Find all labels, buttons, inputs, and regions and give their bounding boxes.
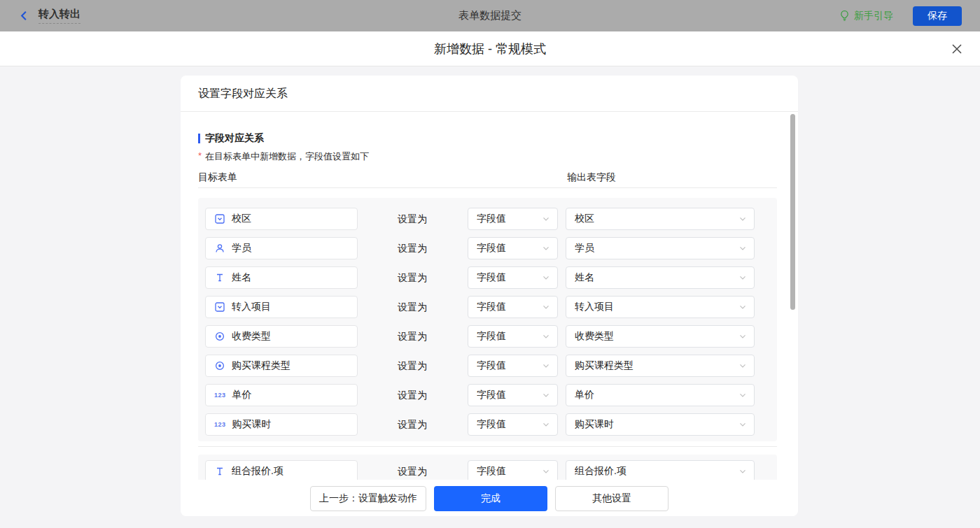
chevron-down-icon: [738, 467, 747, 476]
chevron-down-icon: [738, 215, 747, 223]
back-button[interactable]: 转入转出: [18, 8, 80, 24]
field-label: 购买课程类型: [232, 359, 290, 372]
field-label: 收费类型: [232, 330, 271, 343]
value-type-select-value: 字段值: [477, 359, 506, 372]
set-as-label: 设置为: [398, 384, 427, 406]
field-mapping-group: 校区设置为字段值校区学员设置为字段值学员姓名设置为字段值姓名转入项目设置为字段值…: [198, 198, 777, 441]
value-type-select-value: 字段值: [477, 389, 506, 401]
text-field-icon: [214, 272, 225, 283]
value-type-select[interactable]: 字段值: [468, 237, 558, 259]
note: * 在目标表单中新增数据，字段值设置如下: [198, 150, 369, 163]
value-type-select[interactable]: 字段值: [468, 384, 558, 406]
field-label: 组合报价.项: [232, 465, 284, 478]
back-label: 转入转出: [38, 8, 80, 24]
value-type-select-value: 字段值: [477, 213, 506, 225]
value-type-select[interactable]: 字段值: [468, 296, 558, 318]
chevron-down-icon: [738, 332, 747, 341]
set-as-label: 设置为: [398, 355, 427, 377]
chevron-down-icon: [738, 391, 747, 399]
target-field-chip: 123单价: [205, 384, 358, 406]
other-settings-button[interactable]: 其他设置: [555, 486, 668, 511]
chevron-down-icon: [738, 273, 747, 282]
chevron-down-icon: [542, 215, 550, 223]
chevron-down-icon: [542, 467, 550, 476]
section-accent-bar: [198, 134, 200, 143]
value-type-select-value: 字段值: [477, 301, 506, 313]
value-type-select-value: 字段值: [477, 465, 506, 478]
source-field-select[interactable]: 购买课程类型: [566, 355, 755, 377]
card-header: 设置字段对应关系: [181, 76, 798, 112]
chevron-down-icon: [542, 244, 550, 252]
value-type-select[interactable]: 字段值: [468, 413, 558, 436]
mapping-row: 转入项目设置为字段值转入项目: [205, 296, 777, 318]
topbar: 转入转出 表单数据提交 新手引导 保存: [0, 0, 980, 31]
back-chevron-icon: [18, 10, 30, 22]
select-field-icon: [214, 213, 225, 224]
source-field-select[interactable]: 购买课时: [566, 413, 755, 436]
value-type-select[interactable]: 字段值: [468, 325, 558, 348]
chevron-down-icon: [542, 362, 550, 370]
value-type-select[interactable]: 字段值: [468, 266, 558, 289]
mapping-row: 购买课程类型设置为字段值购买课程类型: [205, 355, 777, 377]
source-field-select-value: 学员: [575, 242, 594, 255]
chevron-down-icon: [542, 273, 550, 282]
set-as-label: 设置为: [398, 296, 427, 318]
value-type-select-value: 字段值: [477, 271, 506, 284]
column-header-target-form: 目标表单: [198, 171, 237, 184]
field-mapping-card: 设置字段对应关系 字段对应关系 * 在目标表单中新增数据，字段值设置如下 目标表…: [181, 76, 798, 516]
value-type-select-value: 字段值: [477, 242, 506, 255]
target-field-chip: 校区: [205, 208, 358, 230]
value-type-select[interactable]: 字段值: [468, 208, 558, 230]
source-field-select[interactable]: 收费类型: [566, 325, 755, 348]
source-field-select[interactable]: 转入项目: [566, 296, 755, 318]
column-header-output-fields: 输出表字段: [567, 171, 616, 184]
beginner-guide-link[interactable]: 新手引导: [839, 10, 893, 22]
target-field-chip: 学员: [205, 237, 358, 259]
target-field-chip: 123购买课时: [205, 413, 358, 436]
lightbulb-icon: [839, 10, 850, 22]
chevron-down-icon: [542, 420, 550, 429]
required-asterisk: *: [198, 150, 202, 162]
source-field-select-value: 姓名: [575, 271, 594, 284]
select-field-icon: [214, 301, 225, 313]
source-field-select[interactable]: 姓名: [566, 266, 755, 289]
source-field-select[interactable]: 单价: [566, 384, 755, 406]
dialog-title: 新增数据 - 常规模式: [434, 41, 546, 57]
chevron-down-icon: [738, 362, 747, 370]
field-label: 转入项目: [232, 301, 271, 313]
chevron-down-icon: [542, 332, 550, 341]
save-button[interactable]: 保存: [913, 6, 962, 26]
set-as-label: 设置为: [398, 237, 427, 259]
value-type-select[interactable]: 字段值: [468, 355, 558, 377]
scrollbar-thumb[interactable]: [790, 114, 795, 310]
note-text: 在目标表单中新增数据，字段值设置如下: [205, 150, 369, 163]
chevron-down-icon: [738, 420, 747, 429]
value-type-select-value: 字段值: [477, 418, 506, 431]
source-field-select-value: 组合报价.项: [575, 465, 626, 478]
source-field-select-value: 购买课时: [575, 418, 614, 431]
field-label: 购买课时: [232, 418, 272, 431]
close-icon[interactable]: [951, 43, 963, 55]
done-button[interactable]: 完成: [434, 486, 547, 511]
radio-icon: [214, 331, 225, 342]
guide-label: 新手引导: [854, 10, 893, 22]
chevron-down-icon: [738, 244, 747, 252]
target-field-chip: 购买课程类型: [205, 355, 358, 377]
mapping-row: 123购买课时设置为字段值购买课时: [205, 413, 777, 436]
source-field-select[interactable]: 学员: [566, 237, 755, 259]
prev-step-button[interactable]: 上一步：设置触发动作: [310, 486, 426, 511]
chevron-down-icon: [738, 303, 747, 311]
mapping-row: 姓名设置为字段值姓名: [205, 266, 777, 289]
section-title: 字段对应关系: [205, 132, 264, 145]
mapping-row: 123单价设置为字段值单价: [205, 384, 777, 406]
mapping-row: 学员设置为字段值学员: [205, 237, 777, 259]
target-field-chip: 姓名: [205, 266, 358, 289]
card-footer: 上一步：设置触发动作 完成 其他设置: [181, 480, 798, 516]
set-as-label: 设置为: [398, 266, 427, 289]
number-icon: 123: [214, 390, 226, 401]
mapping-row: 校区设置为字段值校区: [205, 208, 777, 230]
source-field-select-value: 校区: [575, 213, 594, 225]
target-field-chip: 收费类型: [205, 325, 358, 348]
source-field-select[interactable]: 校区: [566, 208, 755, 230]
column-headers: 目标表单 输出表字段: [198, 171, 777, 184]
